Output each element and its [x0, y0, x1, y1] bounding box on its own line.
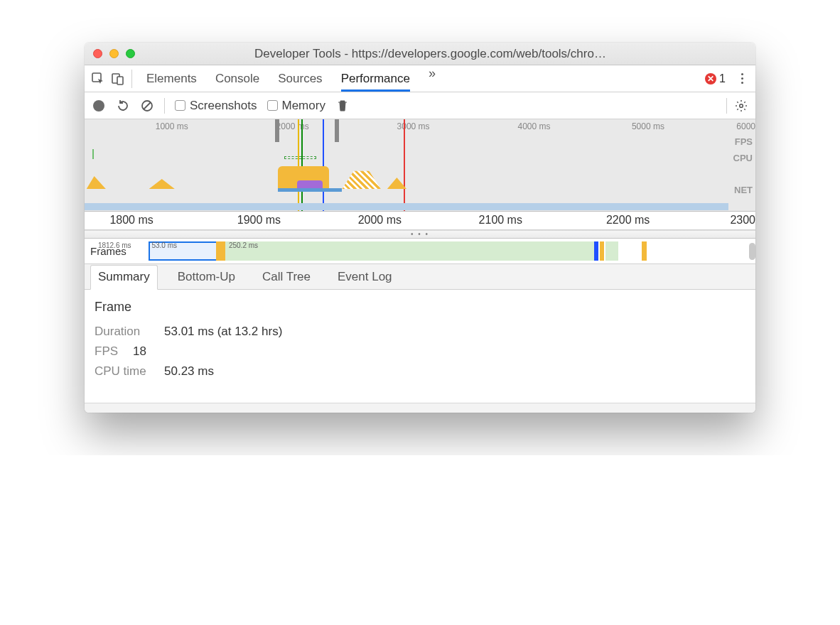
summary-value: 18 — [133, 344, 146, 359]
frame-block[interactable] — [605, 241, 619, 261]
ruler-tick: 5000 ms — [632, 121, 664, 131]
details-tabstrip: Summary Bottom-Up Call Tree Event Log — [85, 264, 755, 290]
device-toolbar-icon[interactable] — [112, 72, 124, 85]
frames-row[interactable]: Frames 1812.6 ms 53.0 ms 250.2 ms — [85, 239, 755, 264]
summary-value: 53.01 ms (at 13.2 hrs) — [164, 325, 282, 339]
overview-lane-labels: FPS CPU NET — [733, 136, 753, 195]
lane-label-cpu: CPU — [733, 153, 753, 163]
tab-elements[interactable]: Elements — [146, 66, 197, 92]
svg-line-4 — [144, 102, 151, 109]
overview-net-track — [85, 203, 728, 210]
error-badge[interactable]: ✕ 1 — [705, 72, 726, 85]
tab-summary[interactable]: Summary — [90, 265, 158, 290]
tab-performance[interactable]: Performance — [341, 66, 410, 92]
frame-marker: 250.2 ms — [229, 241, 258, 249]
overview-cpu-track — [85, 161, 728, 189]
overview-handle-left[interactable] — [275, 119, 279, 142]
garbage-collect-button[interactable] — [335, 99, 350, 113]
overview-handle-right[interactable] — [335, 119, 339, 142]
settings-button[interactable] — [734, 99, 748, 113]
svg-rect-2 — [117, 77, 123, 85]
checkbox-icon — [267, 100, 278, 111]
resize-gripper[interactable]: • • • — [85, 230, 755, 239]
lane-label-fps: FPS — [733, 136, 753, 147]
frame-marker: 53.0 ms — [151, 241, 177, 249]
summary-panel: Frame Duration 53.01 ms (at 13.2 hrs) FP… — [85, 290, 755, 403]
checkbox-icon — [175, 100, 185, 111]
ruler-tick: 4000 ms — [517, 121, 550, 131]
tab-call-tree[interactable]: Call Tree — [255, 266, 318, 289]
window-title: Developer Tools - https://developers.goo… — [114, 47, 747, 61]
status-bar — [85, 403, 755, 413]
ruler-tick: 2000 ms — [276, 121, 309, 131]
ruler-tick: 2300 — [730, 214, 755, 227]
error-icon: ✕ — [705, 73, 716, 85]
reload-button[interactable] — [116, 99, 130, 113]
frame-block[interactable] — [216, 241, 226, 261]
devtools-tabstrip: Elements Console Sources Performance » ✕… — [85, 65, 755, 92]
window-close-button[interactable] — [93, 49, 102, 58]
summary-label: FPS — [95, 344, 123, 359]
overview-fps-track — [85, 148, 728, 159]
error-count: 1 — [719, 72, 726, 85]
ruler-tick: 2100 ms — [479, 214, 522, 227]
tab-console[interactable]: Console — [215, 66, 259, 92]
svg-point-5 — [740, 104, 743, 107]
tab-event-log[interactable]: Event Log — [330, 266, 399, 289]
summary-label: CPU time — [95, 364, 154, 379]
screenshots-label: Screenshots — [190, 99, 257, 113]
frame-block[interactable] — [594, 241, 598, 261]
frame-block[interactable] — [642, 241, 647, 261]
tab-sources[interactable]: Sources — [278, 66, 322, 92]
summary-row: FPS 18 — [95, 344, 745, 359]
frames-label: Frames — [90, 245, 126, 257]
ruler-tick: 1800 ms — [109, 214, 153, 227]
summary-label: Duration — [95, 325, 154, 339]
memory-label: Memory — [282, 99, 325, 113]
ruler-tick: 6000 — [736, 121, 755, 131]
ruler-tick: 3000 ms — [397, 121, 430, 131]
devtools-menu-button[interactable] — [736, 73, 748, 84]
inspect-element-icon[interactable] — [92, 72, 104, 85]
ruler-tick: 1900 ms — [237, 214, 281, 227]
ruler-tick: 2000 ms — [358, 214, 402, 227]
summary-title: Frame — [95, 300, 745, 315]
summary-value: 50.23 ms — [164, 364, 214, 379]
screenshots-checkbox[interactable]: Screenshots — [175, 99, 257, 113]
tab-bottom-up[interactable]: Bottom-Up — [171, 266, 242, 289]
frames-track: 1812.6 ms 53.0 ms 250.2 ms — [85, 241, 755, 261]
ruler-tick: 1000 ms — [156, 121, 188, 131]
performance-toolbar: Screenshots Memory — [85, 92, 755, 119]
memory-checkbox[interactable]: Memory — [267, 99, 325, 113]
summary-row: CPU time 50.23 ms — [95, 364, 745, 379]
scrollbar-thumb[interactable] — [749, 243, 755, 260]
performance-overview[interactable]: 1000 ms 2000 ms 3000 ms 4000 ms 5000 ms … — [85, 119, 755, 212]
summary-row: Duration 53.01 ms (at 13.2 hrs) — [95, 325, 745, 339]
frame-block[interactable] — [225, 241, 594, 261]
ruler-tick: 2200 ms — [606, 214, 650, 227]
frame-block[interactable] — [600, 241, 604, 261]
lane-label-net: NET — [733, 185, 753, 195]
tabs-overflow-button[interactable]: » — [429, 66, 436, 92]
clear-button[interactable] — [140, 99, 154, 113]
record-button[interactable] — [92, 99, 106, 113]
overview-ruler: 1000 ms 2000 ms 3000 ms 4000 ms 5000 ms … — [85, 119, 755, 135]
devtools-window: Developer Tools - https://developers.goo… — [85, 43, 755, 413]
titlebar: Developer Tools - https://developers.goo… — [85, 43, 755, 65]
detail-ruler[interactable]: 1800 ms 1900 ms 2000 ms 2100 ms 2200 ms … — [85, 212, 755, 230]
